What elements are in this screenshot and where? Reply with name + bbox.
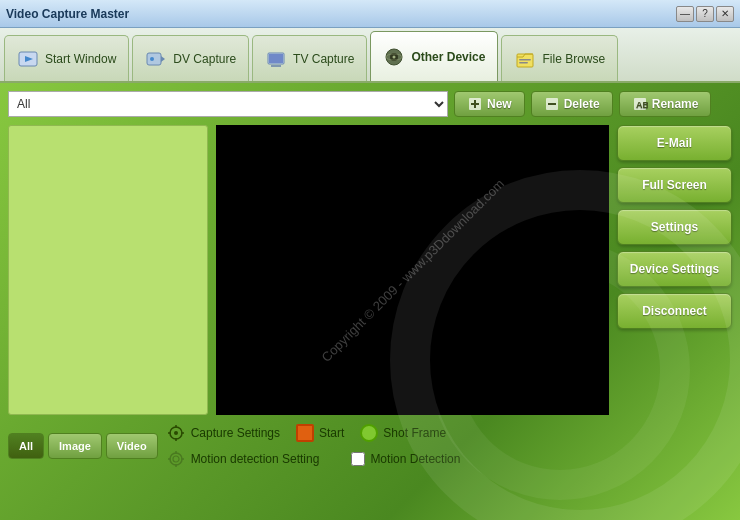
help-button[interactable]: ? [696, 6, 714, 22]
new-icon [467, 96, 483, 112]
filter-dropdown-container: All [8, 91, 448, 117]
tab-bar: Start Window DV Capture TV Capture [0, 28, 740, 83]
image-filter-button[interactable]: Image [48, 433, 102, 459]
svg-point-23 [174, 431, 178, 435]
settings-button[interactable]: Settings [617, 209, 732, 245]
capture-settings-item[interactable]: Capture Settings [166, 423, 280, 443]
fullscreen-button[interactable]: Full Screen [617, 167, 732, 203]
email-button[interactable]: E-Mail [617, 125, 732, 161]
top-controls: All New Delete AB Rename [8, 91, 732, 117]
svg-marker-3 [161, 56, 165, 62]
svg-rect-6 [271, 65, 281, 67]
capture-settings-icon [166, 423, 186, 443]
shot-frame-item[interactable]: Shot Frame [360, 424, 446, 442]
main-content: All New Delete AB Rename [0, 83, 740, 520]
svg-point-28 [170, 453, 182, 465]
motion-detection-setting-label: Motion detection Setting [191, 452, 320, 466]
device-settings-button[interactable]: Device Settings [617, 251, 732, 287]
svg-point-4 [150, 57, 154, 61]
window-controls: — ? ✕ [676, 6, 734, 22]
tab-label: TV Capture [293, 52, 354, 66]
middle-area: Copyright © 2009 - www.p3Ddownload.com E… [8, 125, 732, 415]
title-bar: Video Capture Master — ? ✕ [0, 0, 740, 28]
thumbnail-panel[interactable] [8, 125, 208, 415]
video-filter-button[interactable]: Video [106, 433, 158, 459]
svg-text:AB: AB [636, 100, 648, 110]
dv-capture-icon [145, 48, 167, 70]
motion-detection-checkbox[interactable] [351, 452, 365, 466]
app-title: Video Capture Master [6, 7, 129, 21]
start-window-icon [17, 48, 39, 70]
capture-settings-label: Capture Settings [191, 426, 280, 440]
bottom-row-1: Capture Settings Start Shot Frame [166, 423, 732, 443]
video-preview: Copyright © 2009 - www.p3Ddownload.com [216, 125, 609, 415]
minimize-button[interactable]: — [676, 6, 694, 22]
right-panel: E-Mail Full Screen Settings Device Setti… [617, 125, 732, 415]
disconnect-button[interactable]: Disconnect [617, 293, 732, 329]
delete-button[interactable]: Delete [531, 91, 613, 117]
svg-rect-13 [519, 59, 531, 61]
svg-point-29 [173, 456, 179, 462]
tab-label: DV Capture [173, 52, 236, 66]
start-indicator [296, 424, 314, 442]
start-label: Start [319, 426, 344, 440]
shot-frame-indicator [360, 424, 378, 442]
shot-frame-label: Shot Frame [383, 426, 446, 440]
tab-start-window[interactable]: Start Window [4, 35, 129, 81]
motion-detection-checkbox-item: Motion Detection [351, 452, 460, 466]
motion-detection-label: Motion Detection [370, 452, 460, 466]
bottom-controls: Capture Settings Start Shot Frame [166, 423, 732, 469]
filter-buttons: All Image Video [8, 433, 158, 459]
bottom-area: All Image Video [8, 423, 732, 469]
all-filter-button[interactable]: All [8, 433, 44, 459]
svg-point-10 [393, 55, 396, 58]
tab-other-device[interactable]: Other Device [370, 31, 498, 81]
new-button[interactable]: New [454, 91, 525, 117]
tv-capture-icon [265, 48, 287, 70]
rename-icon: AB [632, 96, 648, 112]
tab-label: File Browse [542, 52, 605, 66]
tab-dv-capture[interactable]: DV Capture [132, 35, 249, 81]
rename-button[interactable]: AB Rename [619, 91, 712, 117]
tab-label: Start Window [45, 52, 116, 66]
tab-tv-capture[interactable]: TV Capture [252, 35, 367, 81]
motion-detection-setting-icon [166, 449, 186, 469]
motion-detection-setting-item[interactable]: Motion detection Setting [166, 449, 320, 469]
filter-dropdown[interactable]: All [8, 91, 448, 117]
tab-label: Other Device [411, 50, 485, 64]
tab-file-browse[interactable]: File Browse [501, 35, 618, 81]
close-button[interactable]: ✕ [716, 6, 734, 22]
watermark-text: Copyright © 2009 - www.p3Ddownload.com [318, 176, 507, 365]
svg-rect-7 [269, 54, 283, 63]
start-item[interactable]: Start [296, 424, 344, 442]
delete-icon [544, 96, 560, 112]
other-device-icon [383, 46, 405, 68]
bottom-row-2: Motion detection Setting Motion Detectio… [166, 449, 732, 469]
svg-rect-14 [519, 62, 528, 64]
file-browse-icon [514, 48, 536, 70]
